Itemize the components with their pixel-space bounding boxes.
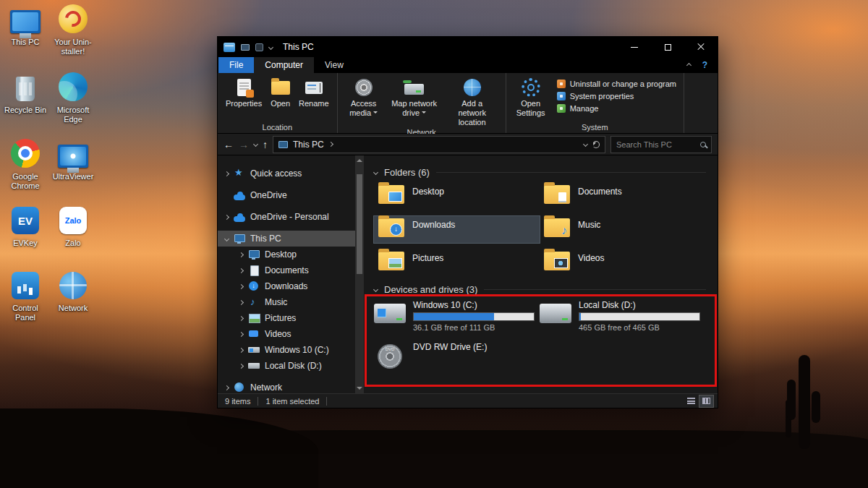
sidebar-item-this-pc[interactable]: This PC [218, 231, 355, 247]
sidebar-item-documents[interactable]: Documents [218, 262, 355, 278]
folder-tile-pictures[interactable]: Pictures [374, 249, 540, 276]
close-button[interactable] [684, 37, 718, 57]
computer-icon[interactable] [241, 44, 250, 51]
drive-tile-local-disk-d[interactable]: Local Disk (D:) 465 GB free of 465 GB [540, 300, 705, 333]
download-icon [248, 281, 260, 291]
system-drive-icon [374, 304, 406, 323]
open-button[interactable]: Open [267, 75, 294, 108]
chevron-down-icon[interactable] [224, 236, 229, 241]
access-media-button[interactable]: Access media [342, 75, 386, 118]
breadcrumb[interactable]: This PC [293, 140, 324, 150]
cloud-icon [234, 213, 245, 223]
desktop-icon-zalo[interactable]: Zalo [51, 205, 95, 248]
chevron-right-icon[interactable] [239, 347, 244, 352]
chevron-right-icon[interactable] [328, 142, 333, 147]
sidebar-item-desktop[interactable]: Desktop [218, 247, 355, 262]
maximize-button[interactable] [651, 37, 684, 57]
desktop-icon-label: Your Unin-staller! [51, 38, 95, 56]
chevron-right-icon[interactable] [239, 315, 244, 320]
chevron-right-icon[interactable] [224, 171, 229, 176]
recent-locations-icon[interactable] [253, 142, 258, 147]
details-view-button[interactable] [684, 395, 698, 407]
help-icon[interactable]: ? [702, 60, 707, 70]
open-settings-button[interactable]: Open Settings [511, 75, 551, 118]
document-icon [248, 265, 260, 275]
chevron-right-icon[interactable] [239, 299, 244, 304]
control-panel-icon [12, 270, 39, 301]
chevron-right-icon[interactable] [239, 252, 244, 257]
folder-tile-downloads[interactable]: Downloads [374, 216, 540, 243]
sidebar-item-network[interactable]: Network [218, 380, 355, 393]
quick-access-toolbar[interactable] [241, 43, 273, 51]
chevron-right-icon[interactable] [239, 283, 244, 288]
desktop-icon-control-panel[interactable]: Control Panel [3, 270, 48, 322]
chevron-right-icon[interactable] [224, 385, 229, 390]
desktop-icon-evkey[interactable]: EVKey [3, 205, 48, 248]
desktop-icon-recycle-bin[interactable]: Recycle Bin [3, 72, 48, 115]
sidebar-item-windows10-c[interactable]: Windows 10 (C:) [218, 342, 355, 358]
map-network-drive-button[interactable]: Map network drive [387, 75, 442, 118]
search-input[interactable] [616, 140, 697, 149]
forward-button[interactable]: → [239, 140, 249, 150]
collapse-ribbon-icon[interactable] [686, 62, 692, 67]
desktop-icon-chrome[interactable]: Google Chrome [3, 139, 48, 190]
drive-tile-dvd-e[interactable]: DVD RW Drive (E:) [374, 342, 540, 374]
chevron-right-icon[interactable] [239, 331, 244, 336]
scrollbar-thumb[interactable] [357, 174, 362, 274]
folder-tile-documents[interactable]: Documents [540, 183, 705, 210]
view-toggle-buttons [684, 395, 713, 407]
chevron-down-icon[interactable] [268, 44, 273, 49]
sidebar-item-local-disk-d[interactable]: Local Disk (D:) [218, 358, 355, 374]
search-box[interactable] [610, 136, 712, 153]
sidebar-item-label: Local Disk (D:) [265, 361, 322, 371]
address-dropdown-icon[interactable] [583, 142, 588, 147]
this-pc-icon [278, 141, 288, 148]
folder-tile-music[interactable]: Music [540, 216, 705, 243]
sidebar-item-pictures[interactable]: Pictures [218, 310, 355, 326]
up-button[interactable]: ↑ [263, 140, 268, 150]
refresh-icon[interactable] [592, 141, 600, 148]
folder-tile-desktop[interactable]: Desktop [374, 183, 540, 210]
desktop-icon-edge[interactable]: Microsoft Edge [51, 72, 95, 124]
chevron-right-icon[interactable] [239, 267, 244, 273]
desktop-icon-ultraviewer[interactable]: UltraViewer [51, 139, 95, 181]
free-space-text: 465 GB free of 465 GB [579, 323, 700, 332]
folder-tile-videos[interactable]: Videos [540, 249, 705, 276]
manage-button[interactable]: Manage [557, 104, 676, 113]
system-properties-button[interactable]: System properties [557, 92, 676, 100]
tab-file[interactable]: File [218, 57, 254, 73]
sidebar-item-quick-access[interactable]: Quick access [218, 166, 355, 181]
properties-shortcut-icon[interactable] [255, 43, 263, 51]
sidebar-item-downloads[interactable]: Downloads [218, 278, 355, 294]
devices-section-header[interactable]: Devices and drives (3) [374, 282, 715, 296]
desktop-icon-this-pc[interactable]: This PC [3, 4, 48, 47]
back-button[interactable]: ← [224, 140, 234, 150]
tab-computer[interactable]: Computer [254, 57, 314, 73]
search-icon[interactable] [700, 142, 706, 147]
address-bar[interactable]: This PC [273, 136, 605, 153]
title-bar[interactable]: This PC [218, 37, 718, 57]
scroll-down-icon[interactable] [357, 387, 362, 390]
large-icons-view-button[interactable] [699, 395, 713, 407]
folders-section-header[interactable]: Folders (6) [374, 165, 715, 179]
add-network-location-button[interactable]: Add a network location [443, 75, 501, 128]
chevron-right-icon[interactable] [239, 363, 244, 368]
desktop-icon-uninstaller[interactable]: Your Unin-staller! [51, 4, 95, 56]
sidebar-item-videos[interactable]: Videos [218, 326, 355, 342]
sidebar-item-music[interactable]: Music [218, 294, 355, 310]
chevron-right-icon[interactable] [224, 214, 229, 219]
drive-tile-windows10-c[interactable]: Windows 10 (C:) 36.1 GB free of 111 GB [374, 300, 540, 333]
minimize-button[interactable] [618, 37, 651, 57]
properties-button[interactable]: Properties [222, 75, 265, 108]
button-label: Uninstall or change a program [570, 80, 676, 88]
sidebar-item-onedrive[interactable]: OneDrive [218, 187, 355, 203]
rename-button[interactable]: Rename [295, 75, 333, 108]
desktop-icon-network[interactable]: Network [51, 270, 95, 313]
scroll-up-icon[interactable] [357, 159, 362, 162]
sidebar-item-onedrive-personal[interactable]: OneDrive - Personal [218, 209, 355, 225]
tab-view[interactable]: View [314, 57, 354, 73]
button-label: Properties [226, 99, 262, 108]
sidebar-scrollbar[interactable] [355, 155, 364, 393]
uninstall-program-button[interactable]: Uninstall or change a program [557, 80, 676, 88]
uninstall-icon [557, 80, 566, 88]
